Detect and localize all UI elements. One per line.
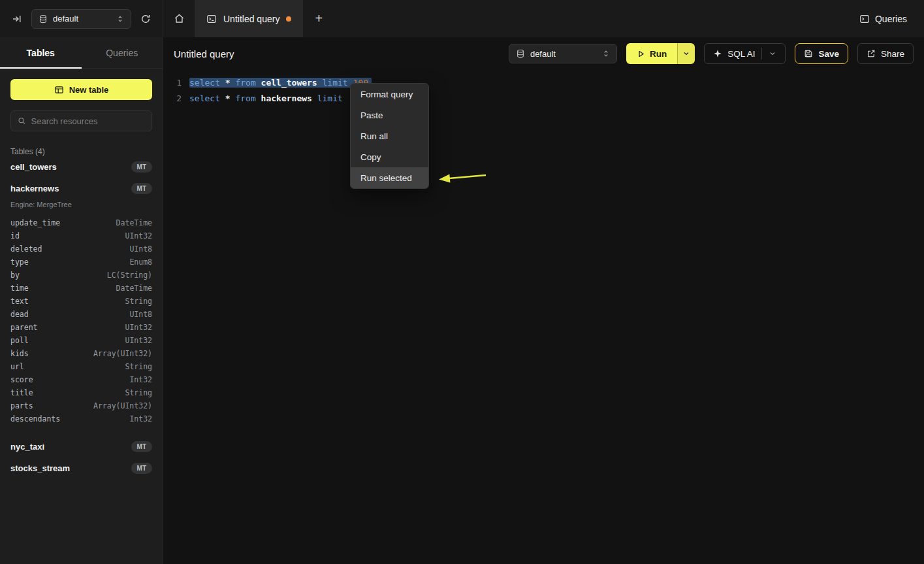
- run-button[interactable]: Run: [626, 43, 677, 64]
- query-database-value: default: [530, 49, 597, 59]
- table-icon: [54, 85, 64, 95]
- sql-keyword: limit: [323, 78, 353, 88]
- tab-untitled-query[interactable]: Untitled query: [195, 0, 303, 37]
- topbar-database-selector[interactable]: default: [31, 9, 131, 29]
- sparkle-icon: [713, 49, 722, 58]
- share-button[interactable]: Share: [857, 43, 914, 64]
- table-name: nyc_taxi: [10, 442, 44, 452]
- new-table-label: New table: [69, 85, 109, 95]
- column-type: String: [125, 388, 152, 397]
- column-name: parts: [10, 401, 33, 410]
- save-icon: [804, 49, 813, 58]
- queries-icon: [859, 14, 870, 24]
- column-name: poll: [10, 336, 29, 345]
- table-row-nyc-taxi[interactable]: nyc_taxi MT: [10, 436, 152, 457]
- column-type: UInt8: [129, 244, 152, 254]
- run-button-group: Run: [626, 43, 695, 64]
- text-selection: select * from cell_towers limit 100: [189, 78, 372, 88]
- sql-keyword: limit: [317, 93, 343, 103]
- home-button[interactable]: [163, 0, 195, 37]
- column-type: DateTime: [116, 218, 152, 227]
- queries-panel-button[interactable]: Queries: [859, 0, 907, 37]
- column-name: score: [10, 375, 33, 384]
- code-text: select * from cell_towers limit 100: [189, 75, 372, 91]
- play-icon: [637, 50, 645, 58]
- header-actions: default Run SQL AI: [509, 43, 914, 64]
- column-name: time: [10, 284, 29, 293]
- column-type: String: [125, 297, 152, 306]
- tab-strip: Untitled query +: [163, 0, 334, 37]
- sql-editor[interactable]: 1 select * from cell_towers limit 100 2 …: [163, 70, 924, 564]
- column-type: UInt32: [125, 231, 152, 241]
- sidebar-body: New table Tables (4) cell_towers MT hack…: [0, 69, 163, 489]
- column-name: by: [10, 271, 20, 280]
- column-row: idUInt32: [10, 229, 152, 242]
- table-row-cell-towers[interactable]: cell_towers MT: [10, 156, 152, 178]
- column-type: LC(String): [107, 271, 152, 280]
- column-name: text: [10, 297, 29, 306]
- table-name: cell_towers: [10, 162, 57, 172]
- column-row: timeDateTime: [10, 282, 152, 295]
- sql-ai-button[interactable]: SQL AI: [704, 43, 786, 64]
- code-line-2: 2 select * from hackernews limit: [163, 91, 924, 107]
- menu-item-format-query[interactable]: Format query: [351, 84, 428, 105]
- column-name: update_time: [10, 218, 60, 227]
- column-row: partsArray(UInt32): [10, 399, 152, 412]
- queries-button-label: Queries: [875, 14, 907, 24]
- column-name: deleted: [10, 244, 42, 254]
- new-tab-button[interactable]: +: [303, 0, 334, 37]
- column-type: UInt32: [125, 336, 152, 345]
- column-row: kidsArray(UInt32): [10, 347, 152, 360]
- column-row: deadUInt8: [10, 308, 152, 321]
- new-table-button[interactable]: New table: [10, 79, 152, 100]
- sql-table-name: cell_towers: [261, 78, 323, 88]
- run-button-label: Run: [650, 49, 667, 59]
- search-icon: [18, 116, 26, 125]
- topbar-left: default: [0, 0, 163, 37]
- column-row: deletedUInt8: [10, 242, 152, 256]
- column-name: url: [10, 362, 24, 371]
- column-type: Array(UInt32): [93, 401, 152, 410]
- run-options-button[interactable]: [677, 43, 695, 64]
- database-icon: [39, 14, 48, 24]
- query-tab-icon: [206, 14, 217, 24]
- query-title: Untitled query: [174, 48, 234, 59]
- sql-table-name: hackernews: [261, 93, 317, 103]
- table-row-hackernews[interactable]: hackernews MT: [10, 178, 152, 199]
- column-row: byLC(String): [10, 269, 152, 282]
- save-button[interactable]: Save: [795, 43, 848, 64]
- tables-section-label: Tables (4): [10, 147, 152, 156]
- column-name: id: [10, 231, 20, 241]
- topbar-database-value: default: [53, 14, 111, 24]
- collapse-sidebar-icon: [12, 14, 22, 24]
- column-type: Int32: [129, 375, 152, 384]
- column-name: kids: [10, 349, 29, 358]
- spacer: [10, 425, 152, 436]
- menu-item-run-selected[interactable]: Run selected: [351, 167, 428, 188]
- column-row: urlString: [10, 360, 152, 373]
- updown-chevron-icon: [602, 50, 610, 58]
- table-row-stocks-stream[interactable]: stocks_stream MT: [10, 457, 152, 479]
- share-icon: [867, 49, 876, 58]
- search-input[interactable]: [31, 116, 145, 126]
- refresh-button[interactable]: [138, 11, 153, 27]
- column-row: textString: [10, 295, 152, 308]
- engine-badge: MT: [131, 463, 152, 474]
- menu-item-paste[interactable]: Paste: [351, 105, 428, 125]
- column-type: DateTime: [116, 284, 152, 293]
- code-text: select * from hackernews limit: [189, 91, 343, 107]
- menu-item-run-all[interactable]: Run all: [351, 125, 428, 146]
- database-icon: [516, 49, 525, 58]
- query-database-selector[interactable]: default: [509, 44, 617, 63]
- column-name: dead: [10, 310, 29, 319]
- query-header: Untitled query default Run: [163, 37, 924, 70]
- menu-item-copy[interactable]: Copy: [351, 146, 428, 167]
- engine-label: Engine: MergeTree: [10, 201, 152, 208]
- column-row: descendantsInt32: [10, 412, 152, 425]
- collapse-sidebar-button[interactable]: [9, 11, 25, 27]
- sidebar-tab-queries[interactable]: Queries: [82, 37, 163, 68]
- sql-star: *: [225, 78, 236, 88]
- content: Tables Queries New table Tables (4) cell…: [0, 37, 924, 564]
- sidebar-tabs: Tables Queries: [0, 37, 163, 69]
- sidebar-tab-tables[interactable]: Tables: [0, 37, 82, 68]
